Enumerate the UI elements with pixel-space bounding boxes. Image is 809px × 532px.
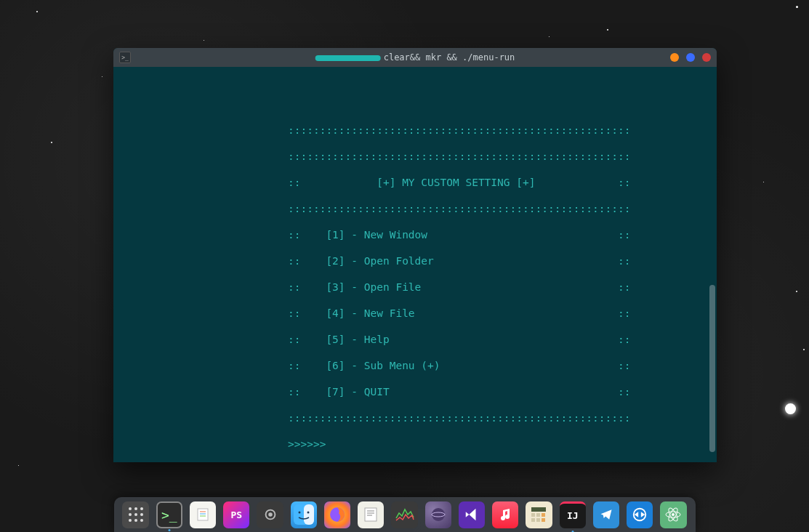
terminal-window: >_ clear&& mkr && ./menu-run :::::::::::… (113, 48, 717, 462)
svg-rect-18 (531, 507, 546, 512)
svg-rect-7 (304, 504, 314, 525)
dock: >_ PS IJ (114, 497, 696, 532)
svg-rect-20 (536, 513, 540, 517)
svg-rect-11 (365, 508, 377, 521)
menu-border: ::::::::::::::::::::::::::::::::::::::::… (113, 202, 708, 215)
menu-border: ::::::::::::::::::::::::::::::::::::::::… (113, 411, 708, 424)
maximize-button[interactable] (686, 53, 695, 62)
dock-firefox-icon[interactable] (324, 501, 350, 528)
menu-item-3: :: [3] - Open File :: (113, 281, 708, 294)
dock-atom-icon[interactable] (660, 501, 686, 528)
terminal-output: ::::::::::::::::::::::::::::::::::::::::… (113, 67, 708, 462)
dock-settings-icon[interactable] (257, 501, 283, 528)
dock-music-icon[interactable] (492, 501, 518, 528)
dock-system-monitor-icon[interactable] (391, 501, 417, 528)
svg-point-15 (432, 508, 445, 521)
svg-rect-22 (531, 518, 535, 522)
dock-finder-icon[interactable] (291, 501, 317, 528)
svg-rect-24 (542, 518, 545, 522)
svg-point-5 (268, 512, 273, 517)
dock-text-editor-icon[interactable] (358, 501, 384, 528)
window-titlebar[interactable]: >_ clear&& mkr && ./menu-run (113, 48, 717, 67)
menu-item-1: :: [1] - New Window :: (113, 228, 708, 241)
terminal-scrollbar[interactable] (709, 285, 715, 452)
menu-header: :: [+] MY CUSTOM SETTING [+] :: (113, 176, 708, 189)
dock-telegram-icon[interactable] (593, 501, 619, 528)
dock-vscode-icon[interactable] (459, 501, 485, 528)
menu-item-7: :: [7] - QUIT :: (113, 385, 708, 398)
terminal-app-icon: >_ (119, 52, 131, 63)
menu-border: ::::::::::::::::::::::::::::::::::::::::… (113, 150, 708, 163)
menu-prompt[interactable]: >>>>>> (113, 438, 708, 451)
window-title: clear&& mkr && ./menu-run (315, 52, 515, 63)
svg-rect-0 (198, 509, 208, 520)
minimize-button[interactable] (670, 53, 679, 62)
dock-intellij-icon[interactable]: IJ (560, 501, 586, 528)
show-applications-button[interactable] (122, 501, 148, 528)
dock-teamviewer-icon[interactable] (627, 501, 653, 528)
svg-rect-21 (542, 513, 545, 517)
dock-notes-icon[interactable] (190, 501, 216, 528)
svg-point-9 (307, 512, 309, 514)
svg-rect-23 (536, 518, 540, 522)
dock-eclipse-icon[interactable] (425, 501, 451, 528)
terminal-body[interactable]: ::::::::::::::::::::::::::::::::::::::::… (113, 67, 717, 462)
dock-calculator-icon[interactable] (526, 501, 552, 528)
close-button[interactable] (702, 53, 711, 62)
svg-point-8 (298, 512, 300, 514)
menu-item-4: :: [4] - New File :: (113, 307, 708, 320)
dock-terminal-icon[interactable]: >_ (156, 501, 182, 528)
menu-border: ::::::::::::::::::::::::::::::::::::::::… (113, 124, 708, 137)
menu-item-6: :: [6] - Sub Menu (+) :: (113, 359, 708, 372)
svg-point-27 (672, 513, 675, 516)
dock-toolbox-icon[interactable]: PS (223, 501, 249, 528)
menu-item-5: :: [5] - Help :: (113, 333, 708, 346)
menu-item-2: :: [2] - Open Folder :: (113, 254, 708, 267)
svg-rect-19 (531, 513, 535, 517)
